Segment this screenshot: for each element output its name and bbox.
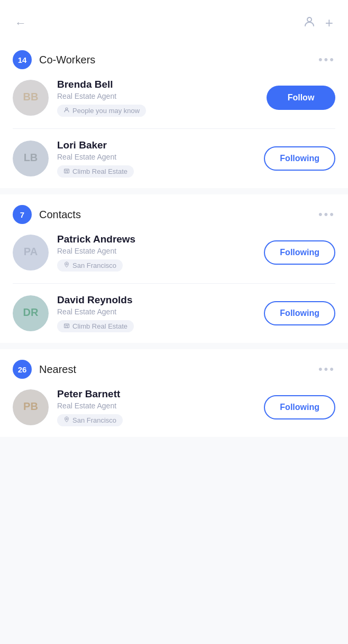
person-row-lori-baker: LB Lori Baker Real Estate Agent Climb Re…: [13, 139, 335, 178]
person-role-lori-baker: Real Estate Agent: [57, 153, 255, 161]
section-more-coworkers[interactable]: •••: [318, 53, 335, 67]
person-info-patrick-andrews: Patrick Andrews Real Estate Agent San Fr…: [57, 234, 255, 272]
person-info-peter-barnett: Peter Barnett Real Estate Agent San Fran…: [57, 388, 255, 426]
following-button-patrick-andrews[interactable]: Following: [264, 240, 335, 265]
svg-text:DR: DR: [23, 306, 39, 318]
section-left: 7 Contacts: [13, 205, 81, 224]
tag-label-peter-barnett: San Francisco: [72, 416, 116, 424]
divider: [13, 128, 335, 129]
following-button-lori-baker[interactable]: Following: [264, 146, 335, 171]
person-row-david-reynolds: DR David Reynolds Real Estate Agent Clim…: [13, 294, 335, 332]
tag-label-patrick-andrews: San Francisco: [72, 262, 116, 269]
section-badge-nearest: 26: [13, 360, 32, 379]
person-row-peter-barnett: PB Peter Barnett Real Estate Agent San F…: [13, 388, 335, 426]
svg-text:LB: LB: [24, 152, 38, 163]
avatar-brenda-bell: BB: [13, 80, 49, 116]
svg-point-15: [66, 418, 68, 420]
avatar-david-reynolds: DR: [13, 295, 49, 331]
person-info-david-reynolds: David Reynolds Real Estate Agent Climb R…: [57, 294, 255, 332]
svg-point-0: [307, 17, 312, 22]
person-action-david-reynolds: Following: [264, 301, 335, 325]
tag-icon-lori-baker: [63, 167, 70, 175]
section-header-nearest: 26 Nearest •••: [13, 360, 335, 379]
section-more-nearest[interactable]: •••: [318, 362, 335, 376]
avatar-patrick-andrews: PA: [13, 235, 49, 270]
svg-text:PB: PB: [23, 400, 38, 412]
header-actions: +: [303, 15, 333, 31]
svg-text:PA: PA: [24, 246, 38, 257]
person-info-lori-baker: Lori Baker Real Estate Agent Climb Real …: [57, 139, 255, 178]
person-info-brenda-bell: Brenda Bell Real Estate Agent People you…: [57, 79, 258, 117]
section-header-contacts: 7 Contacts •••: [13, 205, 335, 224]
section-contacts: 7 Contacts ••• PA Patrick Andrews Real E…: [0, 194, 348, 343]
following-button-peter-barnett[interactable]: Following: [264, 395, 335, 419]
person-tag-peter-barnett: San Francisco: [57, 414, 123, 426]
person-action-brenda-bell: Follow: [267, 86, 335, 110]
person-tag-brenda-bell: People you may know: [57, 105, 146, 117]
person-role-david-reynolds: Real Estate Agent: [57, 307, 255, 316]
person-row-brenda-bell: BB Brenda Bell Real Estate Agent People …: [13, 79, 335, 117]
person-name-brenda-bell: Brenda Bell: [57, 79, 258, 90]
tag-icon-patrick-andrews: [63, 262, 70, 269]
tag-icon-david-reynolds: [63, 322, 70, 330]
person-role-peter-barnett: Real Estate Agent: [57, 402, 255, 410]
person-action-lori-baker: Following: [264, 146, 335, 171]
person-name-lori-baker: Lori Baker: [57, 139, 255, 151]
section-title-contacts: Contacts: [39, 209, 81, 221]
section-left: 26 Nearest: [13, 360, 76, 379]
tag-icon-peter-barnett: [63, 416, 70, 424]
section-badge-contacts: 7: [13, 205, 32, 224]
person-role-patrick-andrews: Real Estate Agent: [57, 247, 255, 255]
tag-label-lori-baker: Climb Real Estate: [72, 167, 127, 175]
tag-icon-brenda-bell: [63, 107, 70, 115]
tag-label-brenda-bell: People you may know: [72, 107, 140, 115]
section-left: 14 Co-Workers: [13, 50, 95, 69]
follow-button-brenda-bell[interactable]: Follow: [267, 86, 335, 110]
following-button-david-reynolds[interactable]: Following: [264, 301, 335, 325]
tag-label-david-reynolds: Climb Real Estate: [72, 322, 127, 330]
person-role-brenda-bell: Real Estate Agent: [57, 92, 258, 100]
header: ← +: [0, 0, 348, 40]
svg-point-9: [66, 264, 68, 265]
section-title-nearest: Nearest: [39, 363, 76, 376]
add-icon[interactable]: +: [325, 15, 333, 31]
person-tag-david-reynolds: Climb Real Estate: [57, 320, 134, 332]
avatar-peter-barnett: PB: [13, 389, 49, 425]
avatar-lori-baker: LB: [13, 141, 49, 176]
profile-icon[interactable]: [303, 15, 316, 31]
person-name-david-reynolds: David Reynolds: [57, 294, 255, 306]
person-row-patrick-andrews: PA Patrick Andrews Real Estate Agent San…: [13, 234, 335, 272]
svg-rect-12: [65, 324, 69, 328]
svg-rect-6: [65, 169, 69, 173]
section-badge-coworkers: 14: [13, 50, 32, 69]
person-action-peter-barnett: Following: [264, 395, 335, 419]
divider: [13, 283, 335, 284]
person-tag-patrick-andrews: San Francisco: [57, 259, 123, 272]
person-name-peter-barnett: Peter Barnett: [57, 388, 255, 400]
person-action-patrick-andrews: Following: [264, 240, 335, 265]
person-tag-lori-baker: Climb Real Estate: [57, 165, 134, 178]
section-more-contacts[interactable]: •••: [318, 208, 335, 221]
svg-text:BB: BB: [23, 91, 39, 102]
back-button[interactable]: ←: [15, 16, 26, 30]
section-header-coworkers: 14 Co-Workers •••: [13, 50, 335, 69]
section-title-coworkers: Co-Workers: [39, 54, 95, 66]
svg-point-3: [66, 108, 68, 110]
section-nearest: 26 Nearest ••• PB Peter Barnett Real Est…: [0, 349, 348, 437]
person-name-patrick-andrews: Patrick Andrews: [57, 234, 255, 245]
section-coworkers: 14 Co-Workers ••• BB Brenda Bell Real Es…: [0, 40, 348, 188]
